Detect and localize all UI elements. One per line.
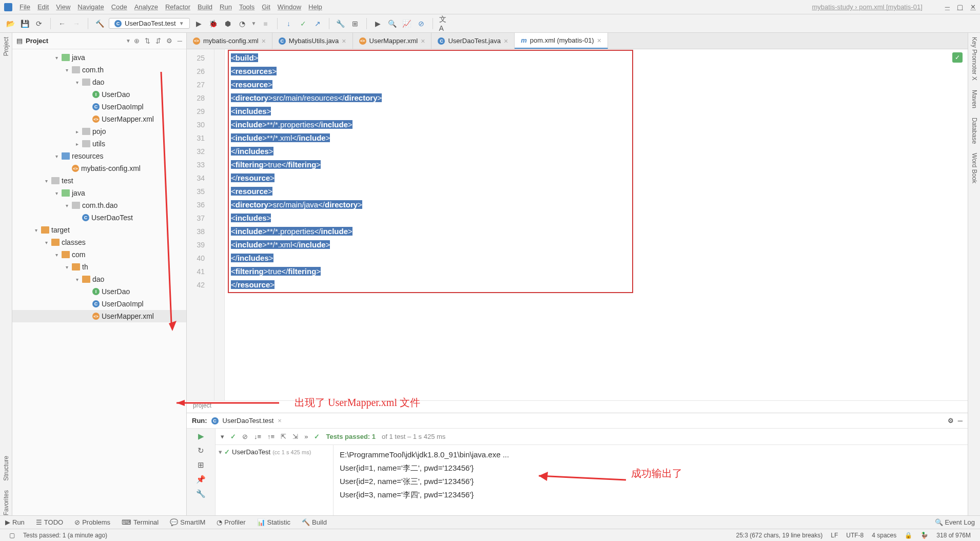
expander-icon[interactable]: ▾ — [74, 277, 80, 282]
tree-item[interactable]: ▾dao — [12, 76, 186, 88]
tree-item[interactable]: ▾com — [12, 248, 186, 261]
expander-icon[interactable]: ▾ — [33, 227, 39, 233]
expand-icon[interactable]: ▾ — [221, 433, 224, 440]
build-icon[interactable]: 🔨 — [94, 18, 105, 29]
close-icon[interactable]: × — [342, 37, 346, 45]
more-icon[interactable]: » — [304, 433, 308, 440]
expander-icon[interactable]: ▾ — [64, 203, 70, 208]
tree-item[interactable]: ▾test — [12, 175, 186, 187]
inspect-icon[interactable]: ⊘ — [416, 18, 426, 29]
collapse-all-icon[interactable]: ⇲ — [292, 433, 298, 440]
rerun-icon[interactable]: ▶ — [198, 432, 204, 441]
menu-run[interactable]: Run — [220, 3, 232, 11]
rail-structure[interactable]: Structure — [3, 456, 10, 481]
tree-item[interactable]: ▾com.th — [12, 64, 186, 76]
rail-database[interactable]: Database — [971, 118, 978, 144]
coverage-icon[interactable]: ⬢ — [223, 18, 233, 29]
bottom-tab-todo[interactable]: ☰ TODO — [36, 518, 63, 526]
expander-icon[interactable]: ▸ — [74, 129, 80, 134]
tree-item[interactable]: ▾target — [12, 224, 186, 236]
expander-icon[interactable]: ▾ — [53, 55, 60, 61]
bottom-tab-terminal[interactable]: ⌨ Terminal — [122, 518, 159, 526]
status-line-ending[interactable]: LF — [831, 532, 838, 539]
expand-all-icon[interactable]: ⇱ — [281, 433, 286, 440]
test-tree[interactable]: ▾ ✓ UserDaoTest (cc 1 s 425 ms) — [215, 445, 334, 515]
vcs-commit-icon[interactable]: ✓ — [298, 18, 308, 29]
event-log-button[interactable]: 🔍 Event Log — [935, 518, 975, 526]
editor-tab[interactable]: CUserDaoTest.java× — [432, 33, 515, 49]
tree-item[interactable]: ▸<>mybatis-config.xml — [12, 162, 186, 175]
bottom-tab-smartim[interactable]: 💬 SmartIM — [170, 518, 205, 526]
expand-icon[interactable]: ⇅ — [145, 37, 150, 45]
search-icon[interactable]: 🔍 — [387, 18, 398, 29]
menu-build[interactable]: Build — [198, 3, 212, 11]
passed-icon[interactable]: ✓ — [230, 433, 236, 440]
gear-icon[interactable]: ⚙ — [948, 417, 954, 424]
close-icon[interactable]: × — [504, 37, 508, 45]
translate-icon[interactable]: 文A — [439, 18, 449, 29]
rail-project[interactable]: Project — [3, 37, 10, 56]
close-icon[interactable]: × — [262, 37, 266, 45]
sort-icon[interactable]: ↓≡ — [254, 433, 261, 440]
expander-icon[interactable]: ▾ — [43, 178, 49, 184]
tree-item[interactable]: ▾java — [12, 51, 186, 64]
tree-item[interactable]: ▸<>UserMapper.xml — [12, 310, 186, 322]
tree-item[interactable]: ▸utils — [12, 138, 186, 150]
editor-body[interactable]: 252627282930313233343536373839404142 ✓ <… — [187, 49, 968, 400]
chevron-down-icon[interactable]: ▼ — [126, 38, 131, 44]
code-area[interactable]: ✓ <build> <resources> <resource> <direct… — [225, 49, 968, 400]
status-memory[interactable]: 318 of 976M — [936, 532, 971, 539]
test-root[interactable]: UserDaoTest — [232, 448, 270, 456]
debug-icon[interactable]: 🐞 — [208, 18, 219, 29]
open-icon[interactable]: 📂 — [5, 18, 15, 29]
editor-tab[interactable]: <>mybatis-config.xml× — [187, 33, 272, 49]
tree-item[interactable]: ▸CUserDaoImpl — [12, 298, 186, 310]
stop-icon[interactable]: ■ — [261, 18, 271, 29]
expander-icon[interactable]: ▾ — [64, 264, 70, 270]
status-encoding[interactable]: UTF-8 — [846, 532, 864, 539]
menu-edit[interactable]: Edit — [37, 3, 49, 11]
vcs-push-icon[interactable]: ↗ — [312, 18, 323, 29]
save-icon[interactable]: 💾 — [19, 18, 30, 29]
hide-icon[interactable]: ─ — [958, 417, 963, 424]
back-icon[interactable]: ← — [57, 18, 67, 29]
expander-icon[interactable]: ▾ — [53, 252, 60, 258]
menu-analyze[interactable]: Analyze — [134, 3, 158, 11]
forward-icon[interactable]: → — [71, 18, 82, 29]
status-spaces[interactable]: 4 spaces — [872, 532, 896, 539]
menu-window[interactable]: Window — [278, 3, 301, 11]
bottom-tab-build[interactable]: 🔨 Build — [302, 518, 327, 526]
wrench-icon[interactable]: 🔧 — [196, 489, 206, 498]
locate-icon[interactable]: ⊕ — [134, 37, 140, 45]
lock-icon[interactable]: 🔒 — [905, 532, 912, 539]
close-icon[interactable]: × — [597, 36, 601, 45]
editor-tab[interactable]: <>UserMapper.xml× — [353, 33, 432, 49]
tree-item[interactable]: ▸pojo — [12, 125, 186, 138]
rail-maven[interactable]: Maven — [971, 90, 978, 108]
tree-item[interactable]: ▾resources — [12, 150, 186, 162]
project-structure-icon[interactable]: ⊞ — [350, 18, 360, 29]
run-icon[interactable]: ▶ — [194, 18, 204, 29]
tree-item[interactable]: ▾com.th.dao — [12, 199, 186, 211]
wrench-icon[interactable]: 🔧 — [336, 18, 346, 29]
refresh-icon[interactable]: ⟳ — [34, 18, 44, 29]
tree-item[interactable]: ▸IUserDao — [12, 88, 186, 101]
bottom-tab-statistic[interactable]: 📊 Statistic — [257, 518, 291, 526]
analysis-ok-icon[interactable]: ✓ — [952, 52, 963, 63]
collapse-icon[interactable]: ⇵ — [155, 37, 161, 45]
expander-icon[interactable]: ▾ — [74, 80, 80, 85]
bottom-tab-problems[interactable]: ⊘ Problems — [74, 518, 110, 526]
menu-view[interactable]: View — [56, 3, 70, 11]
menu-navigate[interactable]: Navigate — [77, 3, 104, 11]
editor-tab[interactable]: mpom.xml (mybatis-01)× — [515, 33, 608, 49]
tree-item[interactable]: ▸CUserDaoImpl — [12, 101, 186, 113]
expander-icon[interactable]: ▸ — [74, 141, 80, 147]
vcs-update-icon[interactable]: ↓ — [284, 18, 294, 29]
menu-help[interactable]: Help — [308, 3, 322, 11]
rerun-failed-icon[interactable]: ↻ — [198, 446, 204, 455]
activity-icon[interactable]: 📈 — [402, 18, 412, 29]
failed-icon[interactable]: ⊘ — [242, 433, 248, 440]
project-tree[interactable]: ▾java▾com.th▾dao▸IUserDao▸CUserDaoImpl▸<… — [12, 49, 186, 515]
tree-item[interactable]: ▾dao — [12, 273, 186, 285]
chevron-down-icon[interactable]: ▼ — [251, 21, 257, 26]
